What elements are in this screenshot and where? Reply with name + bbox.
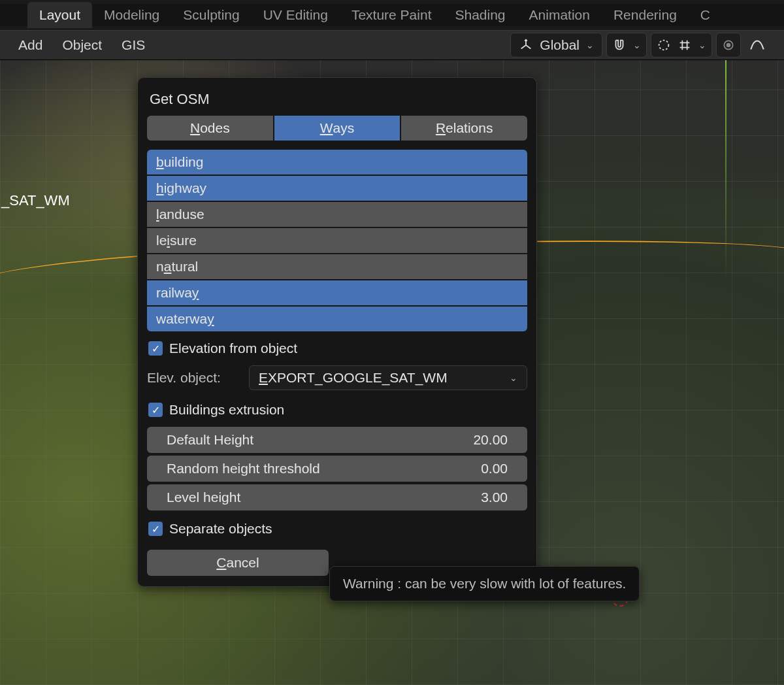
extrusion-label: Buildings extrusion — [169, 402, 284, 418]
workspace-tab-texture-paint[interactable]: Texture Paint — [340, 2, 444, 28]
workspace-tab-sculpting[interactable]: Sculpting — [171, 2, 251, 28]
extrusion-fields: Default Height20.00Random height thresho… — [147, 427, 527, 510]
tag-landuse[interactable]: landuse — [147, 202, 527, 227]
field-level-height[interactable]: Level height3.00 — [147, 484, 527, 510]
elev-object-dropdown[interactable]: EXPORT_GOOGLE_SAT_WM ⌄ — [249, 365, 527, 390]
tag-waterway[interactable]: waterway — [147, 307, 527, 331]
curve-icon — [657, 38, 671, 52]
elev-object-field-label: Elev. object: — [147, 370, 238, 386]
grid-snap-icon — [678, 38, 692, 52]
proportional-edit-dropdown[interactable]: ⌄ — [651, 33, 712, 58]
workspace-tab-uv-editing[interactable]: UV Editing — [252, 2, 340, 28]
field-default-height[interactable]: Default Height20.00 — [147, 427, 527, 453]
orientation-dropdown[interactable]: Global ⌄ — [510, 33, 602, 58]
separate-checkbox[interactable] — [148, 522, 163, 536]
osm-tag-list: buildinghighwaylanduseleisurenaturalrail… — [147, 150, 527, 331]
chevron-down-icon: ⌄ — [633, 40, 641, 50]
elevation-label: Elevation from object — [169, 341, 297, 356]
snap-dropdown[interactable]: ⌄ — [606, 33, 647, 58]
separate-label: Separate objects — [169, 521, 272, 537]
tag-highway[interactable]: highway — [147, 176, 527, 201]
svg-point-0 — [659, 41, 669, 50]
workspace-tab-bar: LayoutModelingSculptingUV EditingTexture… — [0, 4, 784, 26]
get-osm-panel: Get OSM NodesWaysRelations buildinghighw… — [137, 77, 537, 587]
field-label: Level height — [167, 490, 240, 505]
panel-title: Get OSM — [147, 86, 527, 116]
field-label: Random height threshold — [167, 461, 320, 476]
workspace-tab-c[interactable]: C — [689, 2, 722, 28]
axis-icon — [519, 38, 533, 52]
segment-ways[interactable]: Ways — [274, 116, 400, 141]
header-toolbar: Add Object GIS Global ⌄ ⌄ ⌄ — [0, 30, 784, 60]
chevron-down-icon: ⌄ — [586, 40, 594, 50]
tag-leisure[interactable]: leisure — [147, 228, 527, 253]
cancel-button[interactable]: Cancel — [147, 550, 329, 576]
workspace-tab-animation[interactable]: Animation — [517, 2, 602, 28]
elevation-checkbox[interactable] — [148, 341, 163, 356]
elevation-checkbox-row[interactable]: Elevation from object — [148, 341, 526, 356]
chevron-down-icon: ⌄ — [698, 40, 706, 50]
workspace-tab-layout[interactable]: Layout — [27, 2, 92, 28]
cancel-button-label: Cancel — [216, 555, 259, 571]
field-label: Default Height — [167, 432, 253, 448]
elev-object-value: EXPORT_GOOGLE_SAT_WM — [259, 370, 448, 386]
field-random-height-threshold[interactable]: Random height threshold0.00 — [147, 456, 527, 482]
orientation-label: Global — [540, 37, 580, 53]
workspace-tab-modeling[interactable]: Modeling — [92, 2, 171, 28]
tag-railway[interactable]: railway — [147, 280, 527, 305]
segment-relations[interactable]: Relations — [401, 116, 527, 141]
menu-object[interactable]: Object — [62, 37, 102, 53]
segment-nodes[interactable]: Nodes — [147, 116, 273, 141]
tag-building[interactable]: building — [147, 150, 527, 175]
separate-checkbox-row[interactable]: Separate objects — [148, 521, 526, 537]
menu-gis[interactable]: GIS — [122, 37, 145, 53]
tag-natural[interactable]: natural — [147, 254, 527, 279]
object-name-label: _SAT_WM — [0, 192, 70, 209]
svg-point-2 — [727, 44, 730, 47]
menu-add[interactable]: Add — [18, 37, 42, 53]
workspace-tab-rendering[interactable]: Rendering — [602, 2, 689, 28]
grid-y-axis — [725, 60, 727, 279]
osm-type-segmented: NodesWaysRelations — [147, 116, 527, 141]
field-value: 3.00 — [481, 490, 508, 505]
extrusion-checkbox-row[interactable]: Buildings extrusion — [148, 402, 526, 418]
field-value: 0.00 — [481, 461, 508, 476]
magnet-icon — [612, 38, 627, 52]
record-icon[interactable] — [716, 33, 741, 58]
workspace-tab-shading[interactable]: Shading — [443, 2, 517, 28]
field-value: 20.00 — [473, 432, 508, 448]
chevron-down-icon: ⌄ — [510, 373, 517, 383]
extrusion-checkbox[interactable] — [148, 403, 163, 417]
wave-icon[interactable] — [745, 33, 770, 58]
tooltip: Warning : can be very slow with lot of f… — [329, 566, 640, 601]
